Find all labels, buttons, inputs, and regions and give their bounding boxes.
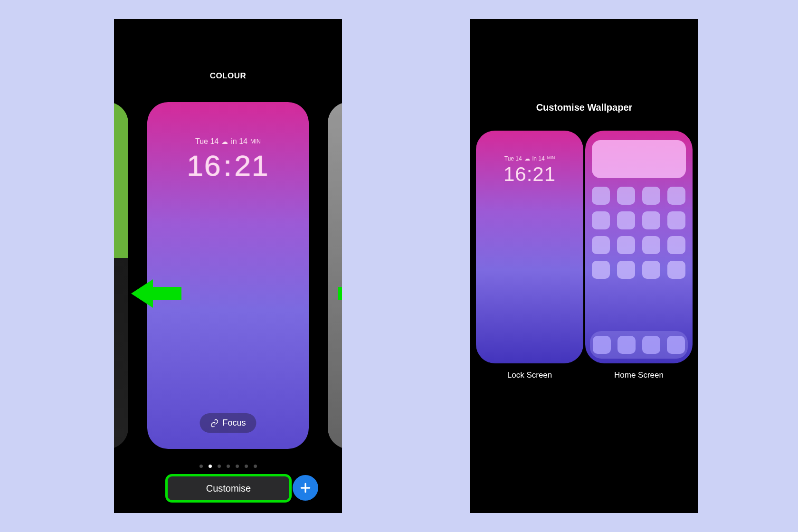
customise-label: Customise [206,483,251,494]
clock-hours-small: 16 [504,163,527,185]
wallpaper-next-preview[interactable] [328,102,342,449]
lockscreen-clock-small: 16:21 [476,163,583,186]
focus-label: Focus [222,418,246,428]
add-wallpaper-button[interactable] [293,475,318,501]
clock-minutes-small: 21 [532,163,556,185]
widget-date: Tue 14 [195,137,218,146]
clock-hours: 16 [187,149,221,182]
customise-button[interactable]: Customise [165,474,292,503]
lockscreen-preview[interactable]: Tue 14 ☁︎ in 14MIN 16:21 [476,131,583,363]
page-indicator [114,465,342,468]
lockscreen-widgets: Tue 14 ☁︎ in 14MIN [147,137,309,146]
widget-forecast: in 14 [231,137,247,146]
homescreen-app-grid [592,187,686,279]
wallpaper-current-preview[interactable]: Tue 14 ☁︎ in 14MIN 16:21 Focus [147,102,309,449]
phone-right: Customise Wallpaper Tue 14 ☁︎ in 14MIN 1… [470,19,698,513]
clock-minutes: 21 [235,149,269,182]
link-icon [210,419,218,428]
widget-forecast-unit: MIN [250,138,261,145]
lockscreen-label: Lock Screen [476,370,583,380]
homescreen-preview[interactable] [585,131,693,363]
wallpaper-title: COLOUR [114,71,342,81]
focus-button[interactable]: Focus [200,413,256,433]
annotation-arrow-left [131,279,153,308]
widget-date-small: Tue 14 [504,155,522,162]
plus-icon [299,482,312,494]
customise-title: Customise Wallpaper [470,102,698,113]
homescreen-label: Home Screen [585,370,693,380]
wallpaper-prev-preview[interactable] [114,102,128,449]
weather-icon: ☁︎ [221,138,228,145]
weather-icon-small: ☁︎ [524,155,530,162]
widget-forecast-small: in 14 [532,155,545,162]
homescreen-widget-large [592,140,686,178]
phone-left: COLOUR Tue 14 ☁︎ in 14MIN 16:21 Focus Cu… [114,19,342,513]
widget-unit-small: MIN [547,155,555,162]
homescreen-dock [590,331,688,359]
lockscreen-widgets-small: Tue 14 ☁︎ in 14MIN [476,155,583,162]
lockscreen-clock: 16:21 [147,149,309,182]
